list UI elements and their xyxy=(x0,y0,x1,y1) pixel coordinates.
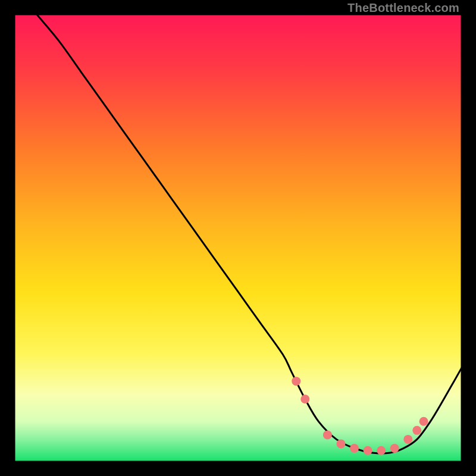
bottleneck-chart xyxy=(14,14,462,462)
highlight-dot xyxy=(419,417,428,426)
watermark-text: TheBottleneck.com xyxy=(347,1,459,15)
highlight-dot xyxy=(292,377,300,386)
gradient-background xyxy=(14,14,462,462)
highlight-dot xyxy=(350,444,359,453)
highlight-dot xyxy=(300,394,309,403)
highlight-dot xyxy=(377,446,386,455)
highlight-dot xyxy=(336,439,345,448)
highlight-dot xyxy=(364,446,372,455)
highlight-dot xyxy=(323,430,332,439)
highlight-dot xyxy=(390,444,399,453)
chart-frame xyxy=(14,14,462,462)
highlight-dot xyxy=(412,426,421,435)
highlight-dot xyxy=(403,435,412,444)
